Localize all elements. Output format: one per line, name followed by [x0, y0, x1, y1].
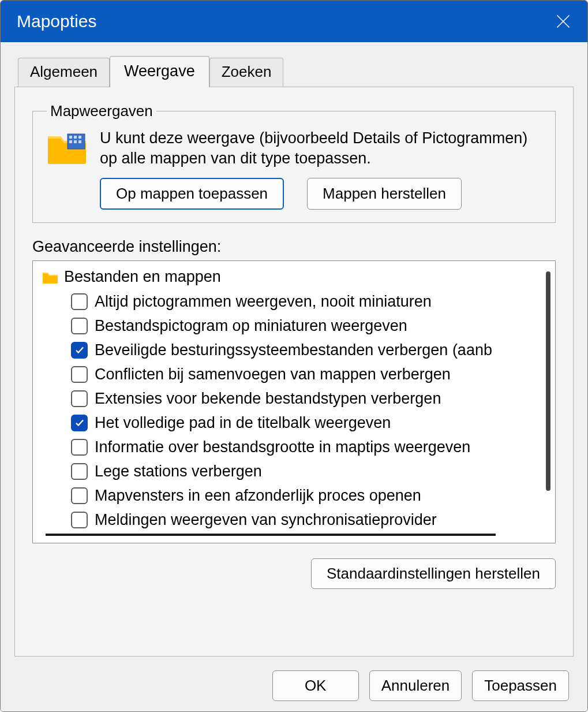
dialog-title: Mapopties — [17, 12, 96, 31]
titlebar: Mapopties — [1, 1, 587, 42]
checkbox[interactable] — [71, 487, 88, 504]
close-icon — [555, 13, 571, 29]
apply-to-folders-button[interactable]: Op mappen toepassen — [100, 178, 284, 210]
tree-root: Bestanden en mappen — [42, 268, 549, 286]
check-item[interactable]: Lege stations verbergen — [71, 459, 549, 483]
check-item[interactable]: Meldingen weergeven van synchronisatiepr… — [71, 508, 549, 532]
vertical-scrollbar[interactable] — [546, 271, 550, 491]
check-item[interactable]: Informatie over bestandsgrootte in mapti… — [71, 435, 549, 459]
check-item-label: Bestandspictogram op miniaturen weergeve… — [95, 317, 407, 335]
tree-root-label: Bestanden en mappen — [64, 268, 221, 286]
svg-rect-4 — [74, 136, 77, 139]
apply-button[interactable]: Toepassen — [472, 670, 569, 701]
check-icon — [74, 417, 85, 428]
folder-views-group: Mapweergaven U kunt deze weergave (bijvo… — [32, 102, 556, 223]
checkbox[interactable] — [71, 415, 88, 431]
tab-search[interactable]: Zoeken — [209, 58, 284, 87]
folder-views-buttons: Op mappen toepassen Mappen herstellen — [100, 178, 541, 210]
tab-view[interactable]: Weergave — [110, 56, 209, 87]
checkbox[interactable] — [71, 439, 88, 456]
cancel-button[interactable]: Annuleren — [369, 670, 462, 701]
check-item[interactable]: Mapvensters in een afzonderlijk proces o… — [71, 483, 549, 508]
checkbox-list: Altijd pictogrammen weergeven, nooit min… — [42, 289, 549, 532]
checkbox[interactable] — [71, 318, 88, 334]
check-item-label: Informatie over bestandsgrootte in mapti… — [95, 438, 470, 456]
restore-defaults-row: Standaardinstellingen herstellen — [32, 558, 556, 589]
check-item-label: Het volledige pad in de titelbalk weerge… — [95, 414, 391, 432]
check-item-label: Mapvensters in een afzonderlijk proces o… — [95, 487, 421, 505]
horizontal-scrollbar[interactable] — [46, 534, 496, 536]
check-item-label: Altijd pictogrammen weergeven, nooit min… — [95, 293, 432, 311]
check-item[interactable]: Extensies voor bekende bestandstypen ver… — [71, 386, 549, 411]
check-item-label: Conflicten bij samenvoegen van mappen ve… — [95, 366, 451, 383]
check-item[interactable]: Het volledige pad in de titelbalk weerge… — [71, 411, 549, 435]
svg-rect-8 — [78, 140, 81, 143]
tab-strip: Algemeen Weergave Zoeken — [14, 56, 574, 87]
folder-views-description: U kunt deze weergave (bijvoorbeeld Detai… — [100, 128, 541, 169]
tab-panel-view: Mapweergaven U kunt deze weergave (bijvo… — [14, 87, 574, 657]
check-item[interactable]: Beveiligde besturingssysteembestanden ve… — [71, 338, 549, 362]
svg-rect-3 — [69, 136, 72, 139]
checkbox[interactable] — [71, 366, 88, 383]
restore-defaults-button[interactable]: Standaardinstellingen herstellen — [311, 558, 556, 589]
check-item-label: Meldingen weergeven van synchronisatiepr… — [95, 511, 437, 529]
svg-rect-6 — [69, 140, 72, 143]
svg-rect-5 — [78, 136, 81, 139]
folder-views-legend: Mapweergaven — [47, 102, 156, 120]
tab-general[interactable]: Algemeen — [18, 58, 110, 87]
advanced-settings-label: Geavanceerde instellingen: — [32, 238, 556, 256]
ok-button[interactable]: OK — [272, 670, 359, 701]
folder-views-row: U kunt deze weergave (bijvoorbeeld Detai… — [47, 128, 541, 169]
svg-rect-7 — [74, 140, 77, 143]
folder-thumb-icon — [47, 131, 87, 165]
checkbox[interactable] — [71, 342, 88, 359]
reset-folders-button[interactable]: Mappen herstellen — [307, 178, 462, 210]
dialog-body: Algemeen Weergave Zoeken Mapweergaven — [1, 42, 587, 711]
dialog-footer: OK Annuleren Toepassen — [14, 670, 574, 701]
check-item-label: Extensies voor bekende bestandstypen ver… — [95, 390, 441, 408]
checkbox[interactable] — [71, 390, 88, 407]
check-item-label: Lege stations verbergen — [95, 463, 262, 480]
check-item[interactable]: Conflicten bij samenvoegen van mappen ve… — [71, 362, 549, 386]
check-item[interactable]: Bestandspictogram op miniaturen weergeve… — [71, 314, 549, 338]
close-button[interactable] — [552, 10, 575, 33]
checkbox[interactable] — [71, 512, 88, 528]
folder-options-dialog: Mapopties Algemeen Weergave Zoeken Mapwe… — [0, 0, 588, 712]
check-item[interactable]: Altijd pictogrammen weergeven, nooit min… — [71, 289, 549, 314]
checkbox[interactable] — [71, 293, 88, 310]
check-item-label: Beveiligde besturingssysteembestanden ve… — [95, 341, 492, 359]
advanced-settings-list[interactable]: Bestanden en mappen Altijd pictogrammen … — [32, 260, 556, 543]
check-icon — [74, 345, 85, 355]
folder-icon — [42, 270, 58, 284]
checkbox[interactable] — [71, 463, 88, 480]
